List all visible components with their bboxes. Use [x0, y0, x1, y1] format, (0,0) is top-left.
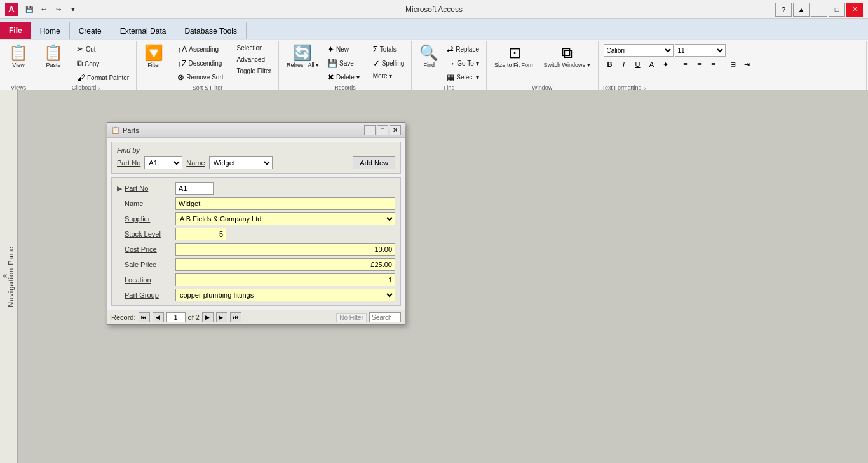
window-controls: ? ▲ − □ ✕	[775, 3, 863, 17]
format-painter-button[interactable]: 🖌 Format Painter	[74, 71, 132, 85]
main-area: 📋 Parts − □ ✕ Find by Part No A1 Name Wi…	[18, 90, 868, 95]
app-icon: A	[5, 3, 18, 16]
selection-button[interactable]: Selection	[234, 43, 275, 53]
records-col2: Σ Totals ✓ Spelling More ▾	[370, 43, 408, 81]
size-to-fit-label: Size to Fit Form	[494, 62, 535, 68]
sort-filter-buttons: 🔽 Filter ↑A Ascending ↓Z Descending ⊗	[140, 43, 275, 85]
refresh-icon: 🔄	[293, 45, 312, 60]
refresh-all-button[interactable]: 🔄 Refresh All ▾	[283, 43, 323, 71]
cut-icon: ✂	[77, 45, 84, 54]
filter-icon: 🔽	[144, 45, 163, 60]
tab-database-tools[interactable]: Database Tools	[175, 22, 247, 39]
ascending-label: Ascending	[189, 46, 219, 53]
save-record-icon: 💾	[327, 59, 337, 68]
minimize-button[interactable]: −	[811, 3, 827, 17]
ribbon: File Home Create External Data Database …	[0, 19, 868, 95]
font-name-select[interactable]: Calibri	[604, 44, 674, 57]
refresh-all-label: Refresh All ▾	[287, 62, 319, 68]
ribbon-tab-bar: File Home Create External Data Database …	[0, 19, 868, 39]
align-center-button[interactable]: ≡	[693, 58, 706, 71]
font-size-select[interactable]: 11	[675, 44, 726, 57]
highlight-button[interactable]: ✦	[660, 58, 672, 71]
delete-button[interactable]: ✖ Delete ▾	[324, 71, 363, 84]
format-painter-label: Format Painter	[87, 74, 129, 81]
customize-qa-button[interactable]: ▼	[67, 3, 79, 16]
align-left-button[interactable]: ≡	[679, 58, 692, 71]
copy-icon: ⧉	[77, 59, 83, 69]
font-color-button[interactable]: A	[646, 58, 658, 71]
remove-sort-icon: ⊗	[177, 73, 184, 82]
find-buttons: 🔍 Find ⇄ Replace → Go To ▾ ▦ Select ▾	[416, 43, 482, 85]
advanced-label: Advanced	[237, 56, 265, 63]
bold-button[interactable]: B	[604, 58, 616, 71]
cut-label: Cut	[86, 46, 96, 53]
underline-button[interactable]: U	[632, 58, 644, 71]
ribbon-collapse-button[interactable]: ▲	[793, 3, 810, 17]
indent-button[interactable]: ⇥	[741, 58, 754, 71]
tab-external-data[interactable]: External Data	[111, 22, 176, 39]
totals-button[interactable]: Σ Totals	[370, 43, 408, 56]
close-button[interactable]: ✕	[846, 3, 863, 17]
descending-button[interactable]: ↓Z Descending	[174, 57, 226, 70]
spelling-button[interactable]: ✓ Spelling	[370, 57, 408, 70]
find-icon: 🔍	[419, 45, 438, 60]
tab-file[interactable]: File	[0, 22, 31, 39]
tab-create[interactable]: Create	[70, 22, 111, 39]
switch-windows-button[interactable]: ⧉ Switch Windows ▾	[540, 43, 594, 71]
spelling-label: Spelling	[382, 60, 405, 67]
descending-label: Descending	[189, 60, 222, 67]
replace-button[interactable]: ⇄ Replace	[444, 43, 482, 56]
copy-button[interactable]: ⧉ Copy	[74, 57, 132, 71]
toggle-filter-button[interactable]: Toggle Filter	[234, 66, 275, 76]
table-button[interactable]: ⊞	[727, 58, 740, 71]
new-record-icon: ✦	[327, 45, 334, 54]
selection-label: Selection	[237, 45, 263, 52]
paste-button[interactable]: 📋 Paste	[40, 43, 67, 71]
italic-button[interactable]: I	[618, 58, 630, 71]
size-to-fit-button[interactable]: ⊡ Size to Fit Form	[491, 43, 539, 71]
totals-icon: Σ	[373, 45, 378, 54]
view-label: View	[12, 62, 24, 68]
help-button[interactable]: ?	[775, 3, 792, 17]
switch-windows-icon: ⧉	[562, 45, 573, 60]
navigation-pane[interactable]: « Navigation Pane	[0, 90, 18, 95]
view-icon: 📋	[9, 45, 28, 60]
clipboard-col: ✂ Cut ⧉ Copy 🖌 Format Painter	[74, 43, 132, 85]
find-label: Find	[424, 62, 435, 68]
find-col: ⇄ Replace → Go To ▾ ▦ Select ▾	[444, 43, 482, 84]
remove-sort-button[interactable]: ⊗ Remove Sort	[174, 71, 226, 84]
ribbon-group-find: 🔍 Find ⇄ Replace → Go To ▾ ▦ Select ▾	[412, 41, 487, 93]
new-record-button[interactable]: ✦ New	[324, 43, 363, 56]
align-right-button[interactable]: ≡	[707, 58, 720, 71]
window-buttons: ⊡ Size to Fit Form ⧉ Switch Windows ▾	[491, 43, 594, 85]
ribbon-group-views: 📋 View Views	[1, 41, 36, 93]
undo-button[interactable]: ↩	[37, 3, 50, 16]
tab-home[interactable]: Home	[31, 22, 70, 39]
filter-col2: Selection Advanced Toggle Filter	[234, 43, 275, 76]
toggle-filter-label: Toggle Filter	[237, 67, 271, 74]
view-button[interactable]: 📋 View	[5, 43, 32, 71]
select-button[interactable]: ▦ Select ▾	[444, 71, 482, 84]
app-title: Microsoft Access	[405, 5, 463, 14]
cut-button[interactable]: ✂ Cut	[74, 43, 132, 56]
ascending-icon: ↑A	[177, 45, 187, 54]
copy-label: Copy	[85, 60, 99, 67]
text-formatting-controls: Calibri 11 B I U A ✦ ≡ ≡ ≡	[602, 43, 755, 72]
switch-windows-label: Switch Windows ▾	[544, 62, 590, 68]
ascending-button[interactable]: ↑A Ascending	[174, 43, 226, 56]
filter-button[interactable]: 🔽 Filter	[140, 43, 167, 71]
goto-button[interactable]: → Go To ▾	[444, 57, 482, 70]
replace-label: Replace	[456, 46, 479, 53]
save-record-button[interactable]: 💾 Save	[324, 57, 363, 70]
title-bar-left: A 💾 ↩ ↪ ▼	[5, 3, 79, 16]
totals-label: Totals	[380, 46, 397, 53]
find-button[interactable]: 🔍 Find	[416, 43, 442, 71]
ribbon-group-window: ⊡ Size to Fit Form ⧉ Switch Windows ▾ Wi…	[487, 41, 599, 93]
save-qa-button[interactable]: 💾	[23, 3, 36, 16]
redo-button[interactable]: ↪	[52, 3, 65, 16]
descending-icon: ↓Z	[177, 59, 186, 68]
records-col: ✦ New 💾 Save ✖ Delete ▾	[324, 43, 363, 84]
maximize-button[interactable]: □	[829, 3, 845, 17]
more-button[interactable]: More ▾	[370, 71, 408, 81]
advanced-button[interactable]: Advanced	[234, 54, 275, 65]
